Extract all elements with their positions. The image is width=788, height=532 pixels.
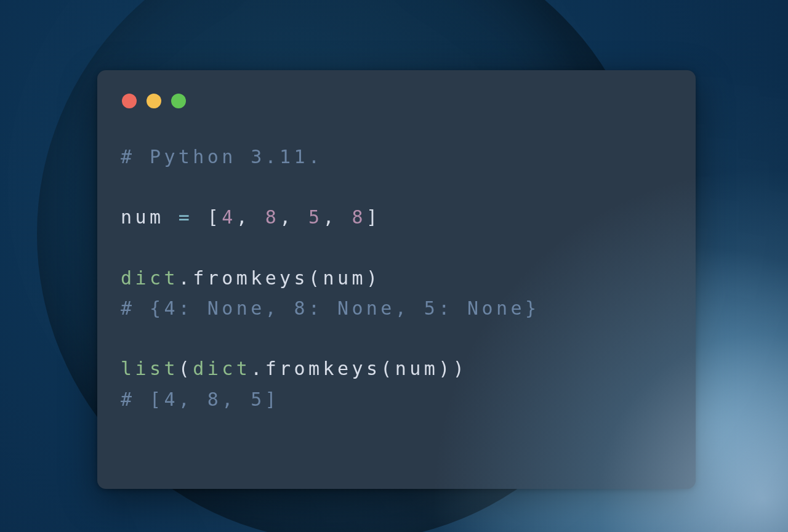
code-arg: num: [395, 358, 438, 379]
code-builtin: dict: [121, 267, 179, 289]
code-comma: ,: [236, 206, 265, 228]
code-comma: ,: [323, 206, 352, 228]
code-dot: .: [251, 358, 265, 379]
code-window: # Python 3.11. num = [4, 8, 5, 8] dict.f…: [97, 70, 696, 489]
code-builtin: dict: [193, 358, 251, 379]
code-number: 8: [265, 206, 279, 228]
code-comment: # [4, 8, 5]: [121, 389, 279, 410]
code-block: # Python 3.11. num = [4, 8, 5, 8] dict.f…: [121, 142, 672, 414]
maximize-icon[interactable]: [171, 94, 186, 108]
close-icon[interactable]: [122, 94, 137, 108]
code-number: 4: [222, 206, 236, 228]
window-traffic-lights: [122, 94, 672, 108]
code-bracket: [: [207, 206, 222, 228]
code-variable: num: [121, 206, 164, 228]
code-arg: num: [323, 267, 366, 289]
code-number: 8: [352, 206, 366, 228]
code-comma: ,: [279, 206, 308, 228]
code-operator: =: [164, 206, 207, 228]
code-paren: ): [366, 267, 380, 289]
code-dot: .: [179, 267, 193, 289]
code-paren: ): [438, 358, 452, 379]
code-builtin: list: [121, 358, 179, 379]
code-method: fromkeys: [193, 267, 308, 289]
code-paren: (: [380, 358, 395, 379]
code-comment: # {4: None, 8: None, 5: None}: [121, 297, 539, 319]
code-comment: # Python 3.11.: [121, 146, 323, 167]
code-method: fromkeys: [265, 358, 381, 379]
code-paren: (: [308, 267, 323, 289]
minimize-icon[interactable]: [147, 94, 161, 108]
code-bracket: ]: [366, 206, 380, 228]
code-paren: ): [453, 358, 467, 379]
code-paren: (: [179, 358, 193, 379]
code-number: 5: [308, 206, 323, 228]
